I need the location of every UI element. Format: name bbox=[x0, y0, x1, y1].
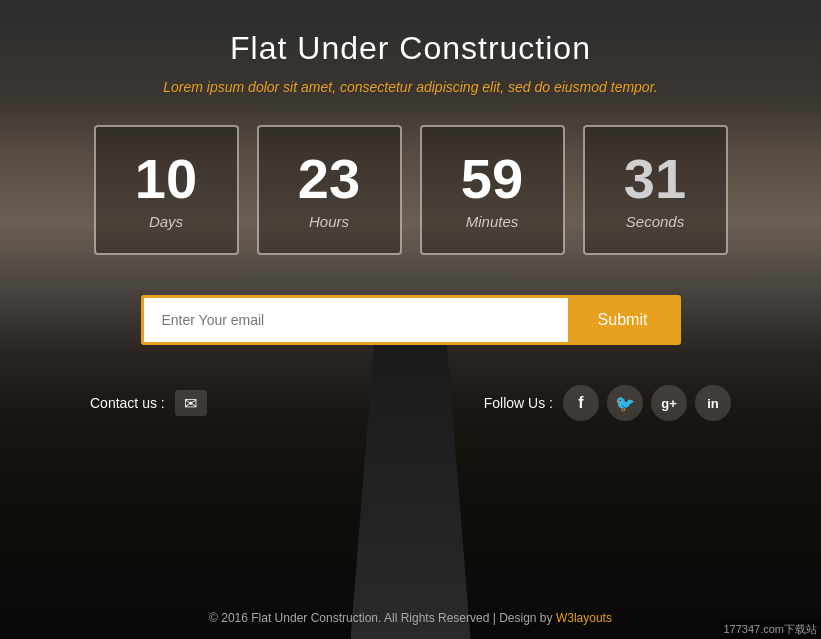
social-icons: f 🐦 g+ in bbox=[563, 385, 731, 421]
linkedin-icon[interactable]: in bbox=[695, 385, 731, 421]
days-value: 10 bbox=[135, 151, 197, 207]
email-form: Submit bbox=[141, 295, 681, 345]
minutes-value: 59 bbox=[461, 151, 523, 207]
hours-value: 23 bbox=[298, 151, 360, 207]
main-container: Flat Under Construction Lorem ipsum dolo… bbox=[0, 0, 821, 639]
follow-us: Follow Us : f 🐦 g+ in bbox=[484, 385, 731, 421]
googleplus-icon[interactable]: g+ bbox=[651, 385, 687, 421]
follow-label: Follow Us : bbox=[484, 395, 553, 411]
minutes-label: Minutes bbox=[466, 213, 519, 230]
email-input[interactable] bbox=[144, 298, 568, 342]
submit-button[interactable]: Submit bbox=[568, 298, 678, 342]
hours-box: 23 Hours bbox=[257, 125, 402, 255]
minutes-box: 59 Minutes bbox=[420, 125, 565, 255]
seconds-label: Seconds bbox=[626, 213, 684, 230]
twitter-icon[interactable]: 🐦 bbox=[607, 385, 643, 421]
social-section: Contact us : ✉ Follow Us : f 🐦 g+ in bbox=[80, 385, 741, 421]
contact-us: Contact us : ✉ bbox=[90, 390, 207, 416]
mail-icon[interactable]: ✉ bbox=[175, 390, 207, 416]
page-title: Flat Under Construction bbox=[230, 30, 591, 67]
facebook-icon[interactable]: f bbox=[563, 385, 599, 421]
seconds-box: 31 Seconds bbox=[583, 125, 728, 255]
countdown-timer: 10 Days 23 Hours 59 Minutes 31 Seconds bbox=[94, 125, 728, 255]
seconds-value: 31 bbox=[624, 151, 686, 207]
hours-label: Hours bbox=[309, 213, 349, 230]
days-box: 10 Days bbox=[94, 125, 239, 255]
contact-label: Contact us : bbox=[90, 395, 165, 411]
page-subtitle: Lorem ipsum dolor sit amet, consectetur … bbox=[163, 79, 657, 95]
days-label: Days bbox=[149, 213, 183, 230]
